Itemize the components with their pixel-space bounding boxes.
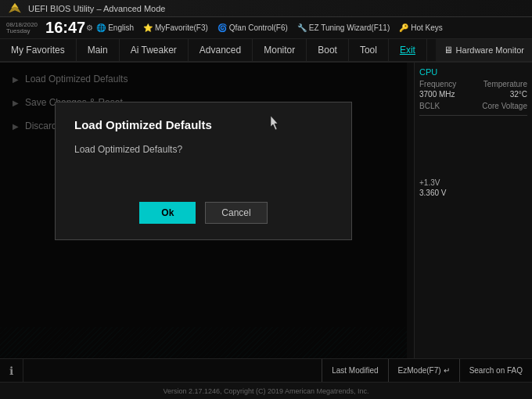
last-modified-action[interactable]: Last Modified bbox=[322, 359, 387, 382]
fan-icon: 🌀 bbox=[217, 23, 227, 32]
right-panel: CPU Frequency Temperature 3700 MHz 32°C … bbox=[415, 63, 532, 358]
footer-text: Version 2.17.1246, Copyright (C) 2019 Am… bbox=[163, 387, 368, 395]
info-icon: ℹ bbox=[0, 359, 23, 383]
title-bar-text: UEFI BIOS Utility – Advanced Mode bbox=[28, 4, 165, 13]
hw-values-row: 3700 MHz 32°C bbox=[419, 90, 527, 99]
hw-monitor-nav-label: Hardware Monitor bbox=[456, 45, 524, 55]
datetime: 08/18/2020 Tuesday bbox=[6, 22, 38, 34]
frequency-label: Frequency bbox=[419, 80, 456, 88]
ez-mode-icon: ↵ bbox=[444, 366, 450, 375]
ez-mode-label: EzMode(F7) bbox=[398, 366, 441, 375]
dialog-question: Load Optimized Defaults? bbox=[74, 144, 332, 155]
nav-my-favorites[interactable]: My Favorites bbox=[0, 39, 77, 61]
dialog-buttons: Ok Cancel bbox=[74, 202, 332, 224]
settings-gear-icon[interactable]: ⚙ bbox=[86, 23, 93, 32]
bclk-label: BCLK bbox=[419, 102, 440, 110]
nav-monitor[interactable]: Monitor bbox=[253, 39, 307, 61]
asus-logo-icon bbox=[6, 2, 23, 16]
nav-exit[interactable]: Exit bbox=[389, 39, 427, 61]
hw-bclk-row: BCLK Core Voltage bbox=[419, 102, 527, 110]
cancel-button[interactable]: Cancel bbox=[205, 202, 267, 224]
hw-frequency-row: Frequency Temperature bbox=[419, 80, 527, 88]
time-display: 16:47 bbox=[45, 19, 85, 37]
language-icon: 🌐 bbox=[96, 23, 106, 32]
title-bar: UEFI BIOS Utility – Advanced Mode bbox=[0, 0, 532, 17]
dialog-box: Load Optimized Defaults Load Optimized D… bbox=[55, 102, 352, 240]
dialog-title: Load Optimized Defaults bbox=[74, 118, 332, 131]
ez-tuning-button[interactable]: 🔧 EZ Tuning Wizard(F11) bbox=[297, 23, 390, 32]
search-faq-action[interactable]: Search on FAQ bbox=[459, 359, 532, 382]
core-voltage-label: Core Voltage bbox=[482, 102, 527, 110]
dialog-overlay: Load Optimized Defaults Load Optimized D… bbox=[0, 63, 407, 358]
date-text: 08/18/2020 Tuesday bbox=[6, 22, 38, 34]
hot-keys-button[interactable]: 🔑 Hot Keys bbox=[399, 23, 443, 32]
my-favorite-label: MyFavorite(F3) bbox=[155, 23, 208, 32]
ez-mode-action[interactable]: EzMode(F7) ↵ bbox=[388, 359, 459, 382]
qfan-control-button[interactable]: 🌀 Qfan Control(F6) bbox=[217, 23, 288, 32]
nav-boot[interactable]: Boot bbox=[307, 39, 349, 61]
key-icon: 🔑 bbox=[399, 23, 408, 32]
voltage-value: 3.360 V bbox=[419, 189, 527, 197]
nav-advanced[interactable]: Advanced bbox=[189, 39, 253, 61]
voltage-label: +1.3V bbox=[419, 178, 527, 187]
language-label: English bbox=[108, 23, 134, 32]
language-selector[interactable]: 🌐 English bbox=[96, 23, 134, 32]
search-faq-label: Search on FAQ bbox=[469, 366, 523, 375]
info-bar-items: 🌐 English ⭐ MyFavorite(F3) 🌀 Qfan Contro… bbox=[96, 23, 443, 32]
nav-tool[interactable]: Tool bbox=[349, 39, 389, 61]
temperature-label: Temperature bbox=[483, 80, 527, 88]
nav-bar: My Favorites Main Ai Tweaker Advanced Mo… bbox=[0, 39, 532, 63]
footer: Version 2.17.1246, Copyright (C) 2019 Am… bbox=[0, 382, 532, 399]
hot-keys-label: Hot Keys bbox=[411, 23, 443, 32]
star-icon: ⭐ bbox=[143, 23, 153, 32]
nav-ai-tweaker[interactable]: Ai Tweaker bbox=[120, 39, 189, 61]
ok-button[interactable]: Ok bbox=[139, 202, 196, 224]
last-modified-label: Last Modified bbox=[332, 366, 378, 375]
bottom-bar: ℹ Last Modified EzMode(F7) ↵ Search on F… bbox=[0, 358, 532, 382]
info-bar: 08/18/2020 Tuesday 16:47 ⚙ 🌐 English ⭐ M… bbox=[0, 17, 532, 39]
monitor-icon: 🖥 bbox=[444, 45, 453, 56]
qfan-label: Qfan Control(F6) bbox=[229, 23, 288, 32]
temperature-value: 32°C bbox=[510, 90, 527, 99]
hw-monitor-nav: 🖥 Hardware Monitor bbox=[436, 39, 532, 61]
cpu-section-title: CPU bbox=[419, 67, 527, 77]
bottom-actions: Last Modified EzMode(F7) ↵ Search on FAQ bbox=[322, 359, 532, 382]
frequency-value: 3700 MHz bbox=[419, 90, 455, 99]
hw-divider bbox=[419, 115, 527, 116]
ez-tuning-label: EZ Tuning Wizard(F11) bbox=[309, 23, 390, 32]
nav-main[interactable]: Main bbox=[77, 39, 120, 61]
my-favorite-button[interactable]: ⭐ MyFavorite(F3) bbox=[143, 23, 208, 32]
wrench-icon: 🔧 bbox=[297, 23, 307, 32]
